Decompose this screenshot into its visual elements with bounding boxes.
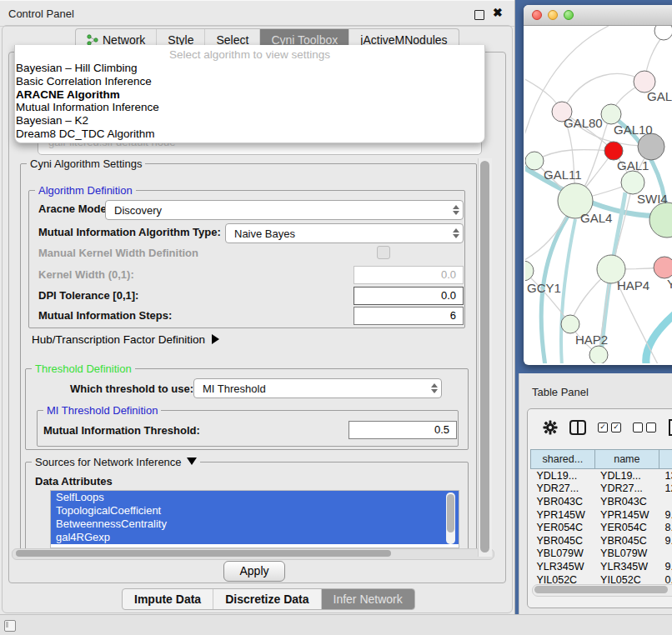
settings-vscrollbar[interactable] (478, 158, 492, 557)
table-row[interactable]: YDR27...YDR27...12 (531, 482, 672, 496)
panel-toggle-icon[interactable] (4, 620, 16, 632)
table-cell: YBR045C (594, 534, 659, 548)
network-icon (87, 34, 98, 46)
aracne-mode-select[interactable]: Discovery (105, 200, 464, 220)
algorithm-option[interactable]: Basic Correlation Inference (15, 75, 484, 88)
network-edge[interactable] (562, 73, 644, 112)
algorithm-dropdown-placeholder: Select algorithm to view settings (15, 48, 484, 61)
network-canvas[interactable]: GALGAL80GAL10GAL1GAL11SWI4GAL4GCY1HAP4YH… (525, 26, 672, 363)
network-node[interactable] (654, 257, 672, 278)
algorithm-option[interactable]: Bayesian – K2 (15, 114, 484, 128)
float-window-button[interactable] (474, 10, 484, 20)
columns-icon[interactable] (569, 420, 586, 435)
table-hscrollbar[interactable] (532, 584, 672, 597)
table-cell: 13 (659, 469, 672, 482)
page-icon[interactable] (668, 419, 672, 436)
hub-definition-toggle[interactable]: Hub/Transcription Factor Definition (32, 333, 219, 346)
table-row[interactable]: YBR043CYBR043C (531, 495, 672, 508)
table-cell: YPR145W (594, 508, 659, 522)
algorithm-dropdown-list: Bayesian – Hill ClimbingBasic Correlatio… (15, 62, 484, 141)
table-cell: YBR045C (531, 534, 595, 548)
dpi-tolerance-label: DPI Tolerance [0,1]: (38, 289, 138, 302)
network-edge[interactable] (534, 149, 614, 161)
tab-discretize-data[interactable]: Discretize Data (213, 589, 320, 609)
unchecked-pair-icon[interactable] (633, 422, 656, 432)
zoom-window-icon[interactable] (564, 10, 574, 20)
network-edge[interactable] (561, 219, 575, 363)
minimize-window-icon[interactable] (548, 10, 558, 20)
data-attribute-item[interactable]: SelfLoops (51, 491, 459, 504)
screen: Control Panel ✖ Network Style Select Cyn… (0, 0, 672, 635)
network-node[interactable] (601, 104, 621, 124)
table-row[interactable]: YLR345WYLR345W9. (531, 560, 672, 573)
combo-stepper-icon (428, 383, 441, 393)
algorithm-option[interactable]: Bayesian – Hill Climbing (15, 62, 484, 75)
network-node[interactable] (525, 152, 544, 170)
mi-threshold-definition-title: MI Threshold Definition (43, 404, 161, 417)
data-attributes-list[interactable]: SelfLoopsTopologicalCoefficientBetweenne… (50, 490, 459, 548)
network-node[interactable] (649, 202, 672, 238)
settings-hscrollbar[interactable] (12, 548, 494, 560)
network-window-titlebar[interactable] (524, 5, 672, 26)
sources-title[interactable]: Sources for Network Inference (32, 456, 200, 468)
network-node-label: GAL11 (544, 168, 582, 182)
table-cell: 9. (659, 508, 672, 522)
table-panel-title: Table Panel (532, 386, 589, 398)
table-row[interactable]: YBR045CYBR045C9. (531, 534, 672, 548)
table-row[interactable]: YDL19...YDL19...13 (531, 469, 672, 482)
table-column-header[interactable] (659, 450, 672, 469)
kernel-width-field[interactable]: 0.0 (354, 266, 464, 284)
network-node[interactable] (589, 346, 608, 363)
network-node[interactable] (525, 261, 534, 281)
algorithm-option[interactable]: Mutual Information Inference (15, 101, 484, 114)
data-attribute-item[interactable]: TopologicalCoefficient (51, 504, 459, 518)
table-cell: YDR27... (594, 482, 659, 496)
network-node-label: SWI4 (637, 192, 668, 206)
combo-stepper-icon (449, 205, 463, 215)
mi-steps-field[interactable]: 6 (354, 307, 464, 325)
network-node[interactable] (561, 315, 579, 333)
mi-algorithm-type-select[interactable]: Naive Bayes (225, 223, 464, 243)
control-panel: Control Panel ✖ Network Style Select Cyn… (0, 0, 515, 614)
network-node[interactable] (654, 26, 672, 40)
attributes-vscrollbar[interactable] (446, 492, 455, 544)
data-attribute-item[interactable]: BetweennessCentrality (51, 518, 459, 531)
table-row[interactable]: YPR145WYPR145W9. (531, 508, 672, 522)
close-panel-button[interactable]: ✖ (493, 6, 503, 19)
apply-button[interactable]: Apply (223, 561, 285, 582)
table-cell: YDL19... (531, 469, 595, 482)
table-cell: 12 (659, 482, 672, 496)
algorithm-option[interactable]: ARACNE Algorithm (15, 88, 484, 102)
table-cell (659, 495, 672, 508)
gear-icon[interactable] (543, 420, 558, 435)
network-edge[interactable] (646, 309, 672, 363)
checked-pair-icon[interactable]: ✓✓ (598, 422, 621, 432)
network-node-label: GAL1 (617, 158, 649, 172)
data-attribute-item[interactable]: gal4RGexp (51, 531, 459, 544)
network-node[interactable] (638, 133, 664, 160)
network-edge[interactable] (525, 26, 609, 151)
manual-kernel-width-checkbox[interactable] (377, 246, 390, 259)
table-column-header[interactable]: name (594, 450, 659, 469)
table-row[interactable]: YER054CYER054C8. (531, 521, 672, 534)
mi-threshold-field[interactable]: 0.5 (349, 421, 457, 439)
node-table[interactable]: shared...name YDL19...YDL19...13YDR27...… (530, 449, 672, 586)
which-threshold-select[interactable]: MI Threshold (193, 378, 442, 398)
tab-impute-data[interactable]: Impute Data (123, 589, 213, 609)
tab-infer-network[interactable]: Infer Network (321, 589, 414, 609)
algorithm-option[interactable]: Dream8 DC_TDC Algorithm (15, 128, 484, 141)
table-panel-body: ✓✓ shared...name YDL19...YDL19...13YDR27… (527, 408, 672, 608)
close-window-icon[interactable] (532, 10, 542, 20)
manual-kernel-width-label: Manual Kernel Width Definition (38, 247, 198, 259)
network-node[interactable] (604, 142, 623, 160)
data-attributes-items: SelfLoopsTopologicalCoefficientBetweenne… (51, 491, 459, 544)
table-row[interactable]: YBL079WYBL079W (531, 548, 672, 561)
algorithm-dropdown[interactable]: Select algorithm to view settings Bayesi… (14, 45, 485, 143)
table-column-header[interactable]: shared... (531, 450, 595, 469)
table-cell: YER054C (531, 521, 595, 534)
network-node[interactable] (621, 171, 644, 194)
table-cell: 8. (659, 521, 672, 534)
dpi-tolerance-field[interactable]: 0.0 (354, 287, 464, 305)
control-panel-titlebar: Control Panel ✖ (0, 0, 514, 27)
collapse-down-icon (187, 458, 197, 465)
